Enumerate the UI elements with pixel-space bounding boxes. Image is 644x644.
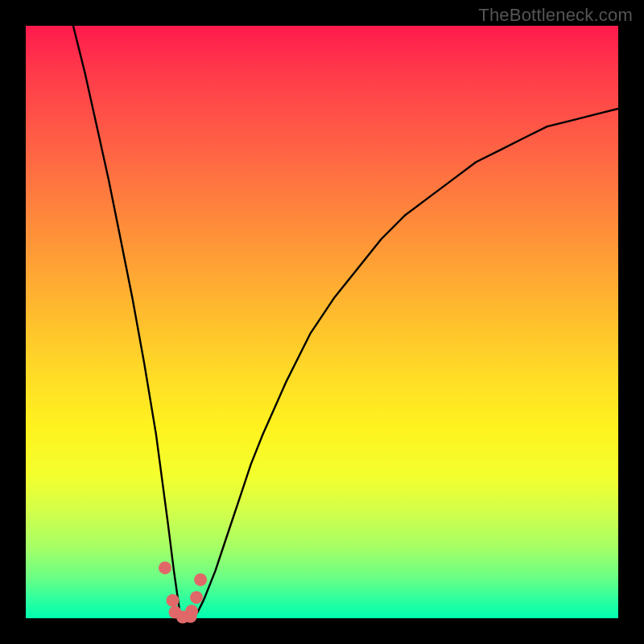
plot-area xyxy=(26,26,618,618)
marker-point xyxy=(185,605,198,617)
marker-point xyxy=(159,561,171,574)
bottleneck-curve xyxy=(73,26,618,618)
highlight-markers xyxy=(159,561,207,623)
watermark-text: TheBottleneck.com xyxy=(478,5,633,26)
curve-svg xyxy=(26,26,618,618)
chart-frame: TheBottleneck.com xyxy=(0,0,644,644)
marker-point xyxy=(167,594,180,607)
marker-point xyxy=(190,591,203,604)
marker-point xyxy=(194,573,207,586)
